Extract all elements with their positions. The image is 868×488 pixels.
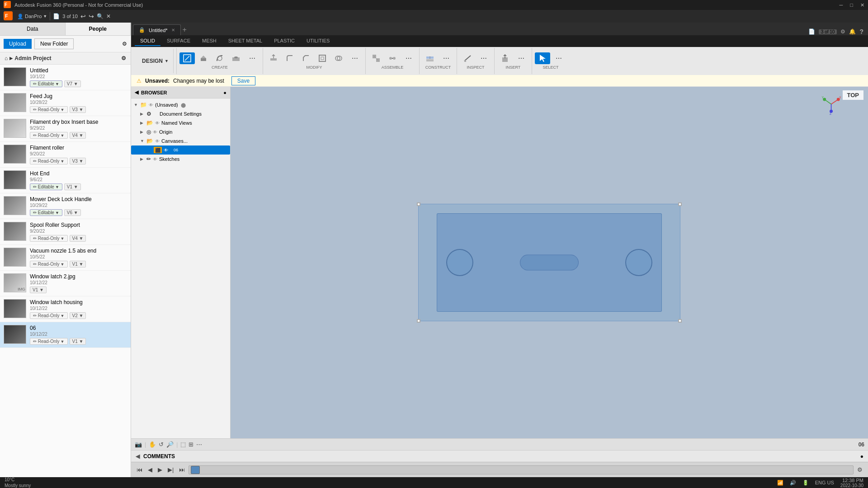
joint-btn[interactable] — [385, 52, 400, 64]
timeline-next-btn[interactable]: ▶| — [166, 466, 175, 474]
orbit-btn[interactable]: ↺ — [159, 441, 164, 448]
solid-tabs: SOLID SURFACE MESH SHEET METAL PLASTIC U… — [131, 35, 868, 47]
shell-btn[interactable] — [315, 52, 330, 64]
canvases-folder-icon: 📂 — [146, 138, 153, 144]
extrude-btn[interactable] — [196, 52, 211, 64]
more-assemble-btn[interactable]: ⋯ — [401, 52, 416, 64]
more-modify-btn[interactable]: ⋯ — [347, 52, 363, 64]
more-insert-btn[interactable]: ⋯ — [514, 52, 529, 64]
display-btn[interactable]: ⬚ — [180, 441, 186, 448]
timeline-last-btn[interactable]: ⏭ — [177, 466, 187, 474]
tab-sheet-metal[interactable]: SHEET METAL — [223, 36, 268, 46]
list-item[interactable]: Mower Deck Lock Handle 10/29/22 ✏ Editab… — [0, 193, 131, 219]
create-sketch-btn[interactable] — [179, 52, 195, 64]
new-tab-btn[interactable]: + — [183, 24, 187, 35]
grid-btn[interactable]: ⊞ — [189, 441, 193, 448]
press-pull-btn[interactable] — [266, 52, 281, 64]
user-menu[interactable]: 👤 DanPro ▼ — [17, 14, 47, 19]
browser-settings-icon[interactable]: ● — [223, 90, 226, 95]
viewport[interactable]: X Y Z TOP — [231, 87, 868, 438]
timeline-prev-btn[interactable]: ◀ — [146, 466, 154, 474]
browser-collapse-btn[interactable]: ◀ — [135, 89, 138, 95]
more-select-btn[interactable]: ⋯ — [551, 52, 566, 64]
search-btn[interactable]: 🔍 — [97, 13, 104, 19]
revolve-btn[interactable] — [212, 52, 227, 64]
list-item[interactable]: Feed Jug 10/28/22 ✏ Read-Only ▼ V3 ▼ — [0, 90, 131, 116]
settings-icon2[interactable]: ⚙ — [840, 28, 845, 35]
list-item[interactable]: Untitled 10/1/22 ✏ Editable ▼ V7 ▼ — [0, 65, 131, 90]
comments-settings-icon[interactable]: ● — [860, 453, 863, 460]
list-item[interactable]: Filament roller 9/20/22 ✏ Read-Only ▼ V3… — [0, 142, 131, 168]
tab-mesh[interactable]: MESH — [197, 36, 222, 46]
svg-text:F: F — [5, 2, 7, 7]
timeline-track[interactable] — [189, 465, 854, 474]
version-badge: V1 ▼ — [64, 183, 81, 190]
upload-btn[interactable]: Upload — [4, 39, 32, 49]
list-item[interactable]: Filament dry box Insert base 9/29/22 ✏ R… — [0, 116, 131, 142]
camera-btn[interactable]: 📷 — [135, 441, 142, 448]
browser-item-doc-settings[interactable]: ▶ ⚙ 👁 Document Settings — [131, 109, 230, 118]
fusion-tab-untitled[interactable]: 🔒 Untitled* ✕ — [133, 24, 181, 35]
tab-surface[interactable]: SURFACE — [161, 36, 196, 46]
list-item[interactable]: 06 10/12/22 ✏ Read-Only ▼ V1 ▼ — [0, 322, 131, 348]
chamfer-btn[interactable] — [298, 52, 314, 64]
tab-plastic[interactable]: PLASTIC — [269, 36, 300, 46]
offset-plane-btn[interactable] — [422, 52, 438, 64]
fillet-btn[interactable] — [282, 52, 297, 64]
browser-item-canvases[interactable]: ▼ 📂 👁 Canvases... — [131, 136, 230, 145]
version-badge: V2 ▼ — [70, 312, 86, 319]
project-settings-icon[interactable]: ⚙ — [121, 55, 126, 61]
svg-point-8 — [217, 56, 222, 61]
undo-btn[interactable]: ↩ — [80, 13, 86, 20]
press-pull-icon — [268, 53, 279, 63]
browser-item-root[interactable]: ▼ 📁 👁 (Unsaved) ⬤ — [131, 100, 230, 109]
more-display-btn[interactable]: ⋯ — [196, 441, 202, 448]
battery-icon: 🔋 — [802, 480, 809, 486]
more-inspect-icon: ⋯ — [478, 53, 489, 63]
app-title: Autodesk Fusion 360 (Personal - Not for … — [14, 2, 143, 8]
design-btn[interactable]: DESIGN ▼ — [137, 49, 174, 73]
zoom-btn[interactable]: 🔎 — [166, 441, 174, 448]
list-item[interactable]: Spool Roller Support 9/20/22 ✏ Read-Only… — [0, 219, 131, 245]
date-display: 2022-10-30 — [840, 483, 863, 488]
tab-data[interactable]: Data — [0, 23, 66, 35]
timeline-settings-btn[interactable]: ⚙ — [855, 466, 864, 474]
timeline-first-btn[interactable]: ⏮ — [135, 466, 144, 474]
tab-solid[interactable]: SOLID — [135, 36, 160, 46]
comments-toggle-btn[interactable]: ◀ — [136, 453, 140, 460]
tab-utilities[interactable]: UTILITIES — [301, 36, 335, 46]
redo-btn[interactable]: ↪ — [89, 13, 94, 20]
maximize-btn[interactable]: □ — [850, 2, 853, 8]
browser-item-origin[interactable]: ▶ ◎ 👁 Origin — [131, 127, 230, 136]
combine-btn[interactable] — [331, 52, 346, 64]
list-item[interactable]: Vacuum nozzle 1.5 abs end 10/5/22 ✏ Read… — [0, 245, 131, 271]
tab-people[interactable]: People — [66, 23, 131, 35]
close-btn[interactable]: ✕ — [860, 2, 864, 8]
pan-btn[interactable]: ✋ — [149, 441, 156, 448]
measure-btn[interactable] — [460, 52, 475, 64]
close-data-panel-btn[interactable]: ✕ — [106, 13, 111, 19]
new-folder-btn[interactable]: New Folder — [34, 38, 74, 49]
revolve-icon — [214, 53, 225, 63]
expand-arrow: ▶ — [140, 112, 145, 116]
more-create-btn[interactable]: ⋯ — [245, 52, 260, 64]
list-item[interactable]: Window latch housing 10/12/22 ✏ Read-Onl… — [0, 296, 131, 322]
more-construct-btn[interactable]: ⋯ — [439, 52, 454, 64]
list-item[interactable]: IMG Window latch 2.jpg 10/12/22 V1 ▼ — [0, 271, 131, 296]
notification-icon[interactable]: 🔔 — [849, 28, 856, 35]
save-btn[interactable]: Save — [231, 76, 255, 85]
browser-item-sketches[interactable]: ▶ ✏ 👁 Sketches — [131, 155, 230, 164]
new-component-btn[interactable] — [368, 52, 384, 64]
help-icon[interactable]: ? — [859, 28, 863, 35]
tab-close-btn[interactable]: ✕ — [171, 28, 175, 33]
list-item[interactable]: Hot End 9/6/22 ✏ Editable ▼ V1 ▼ — [0, 168, 131, 193]
settings-icon[interactable]: ⚙ — [122, 41, 127, 47]
browser-item-named-views[interactable]: ▶ 📂 👁 Named Views — [131, 118, 230, 127]
timeline-play-btn[interactable]: ▶ — [156, 466, 164, 474]
insert-derive-btn[interactable] — [497, 52, 513, 64]
more-inspect-btn[interactable]: ⋯ — [476, 52, 491, 64]
select-btn[interactable] — [535, 52, 550, 64]
browser-item-06[interactable]: ⬛ 👁 06 — [131, 145, 230, 155]
minimize-btn[interactable]: ─ — [840, 2, 843, 8]
hole-btn[interactable] — [228, 52, 244, 64]
